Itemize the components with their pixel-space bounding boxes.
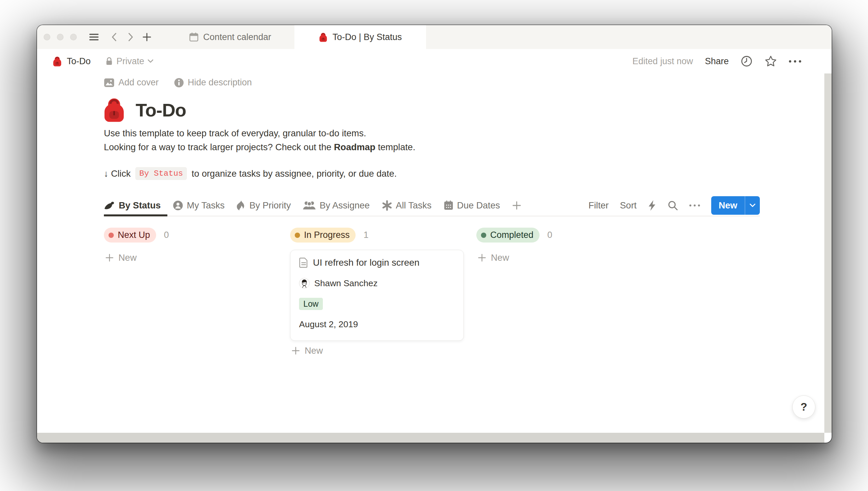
page-controls: Add cover Hide description bbox=[104, 78, 252, 88]
column-header[interactable]: Completed 0 bbox=[476, 228, 650, 242]
flame-icon bbox=[237, 200, 246, 211]
view-tab-my-tasks[interactable]: My Tasks bbox=[173, 200, 225, 211]
chevron-down-icon bbox=[148, 59, 153, 63]
view-tab-label: Due Dates bbox=[457, 200, 500, 211]
notion-window: Content calendar To-Do | By Status To-Do bbox=[37, 25, 832, 443]
board-view-icon bbox=[104, 201, 115, 210]
column-name: In Progress bbox=[304, 230, 350, 240]
page-doc-icon bbox=[299, 257, 308, 268]
backpack-emoji-icon bbox=[52, 56, 62, 67]
view-tab-label: My Tasks bbox=[187, 200, 225, 211]
add-card-button[interactable]: New bbox=[476, 253, 650, 263]
plus-icon bbox=[478, 254, 486, 262]
lock-icon bbox=[105, 57, 113, 66]
add-card-button[interactable]: New bbox=[290, 345, 464, 356]
tip-suffix: to organize tasks by assignee, priority,… bbox=[191, 168, 397, 179]
calendar-icon bbox=[444, 200, 453, 211]
help-button[interactable]: ? bbox=[792, 395, 815, 418]
view-tab-label: By Status bbox=[119, 200, 161, 211]
horizontal-scrollbar[interactable] bbox=[37, 433, 824, 443]
person-icon bbox=[173, 200, 183, 211]
status-badge: Completed bbox=[476, 228, 540, 242]
column-name: Next Up bbox=[118, 230, 150, 240]
card-due-date: August 2, 2019 bbox=[299, 319, 455, 329]
page-title[interactable]: To-Do bbox=[136, 99, 186, 121]
filter-button[interactable]: Filter bbox=[589, 200, 609, 211]
view-tab-all-tasks[interactable]: All Tasks bbox=[382, 200, 432, 211]
forward-icon[interactable] bbox=[125, 25, 136, 49]
page-header: To-Do Private Edited just now Share bbox=[37, 49, 832, 74]
view-controls: Filter Sort New bbox=[589, 196, 760, 215]
help-label: ? bbox=[801, 401, 807, 413]
plus-icon bbox=[292, 346, 300, 355]
close-button[interactable] bbox=[44, 34, 50, 40]
add-card-label: New bbox=[118, 253, 137, 263]
backpack-emoji-icon[interactable] bbox=[102, 96, 126, 123]
view-toolbar: By Status My Tasks By Priority bbox=[104, 195, 760, 216]
view-tab-label: All Tasks bbox=[396, 200, 432, 211]
tip-code-pill: By Status bbox=[135, 167, 187, 180]
vertical-scrollbar[interactable] bbox=[824, 74, 832, 433]
traffic-lights bbox=[44, 34, 77, 40]
page-description[interactable]: Use this template to keep track of every… bbox=[104, 126, 416, 154]
column-header[interactable]: Next Up 0 bbox=[104, 228, 277, 242]
breadcrumb[interactable]: To-Do bbox=[67, 56, 91, 66]
add-card-label: New bbox=[491, 253, 509, 263]
tab-content-calendar[interactable]: Content calendar bbox=[166, 25, 294, 49]
asterisk-icon bbox=[382, 200, 392, 211]
add-cover-button[interactable]: Add cover bbox=[104, 78, 159, 88]
hide-description-button[interactable]: Hide description bbox=[174, 78, 252, 88]
column-count: 1 bbox=[363, 230, 368, 240]
status-badge: Next Up bbox=[104, 228, 156, 242]
edited-status: Edited just now bbox=[632, 56, 693, 66]
view-tab-by-assignee[interactable]: By Assignee bbox=[303, 200, 369, 211]
history-clock-icon[interactable] bbox=[741, 55, 753, 67]
add-cover-label: Add cover bbox=[118, 78, 159, 88]
search-icon[interactable] bbox=[667, 200, 678, 211]
status-dot-icon bbox=[295, 233, 300, 238]
add-card-button[interactable]: New bbox=[104, 253, 277, 263]
board-column-in-progress: In Progress 1 UI refresh for login scree… bbox=[290, 228, 464, 356]
priority-badge: Low bbox=[299, 298, 323, 310]
new-task-dropdown-button[interactable] bbox=[745, 196, 760, 215]
back-icon[interactable] bbox=[109, 25, 120, 49]
new-tab-plus-icon[interactable] bbox=[140, 25, 153, 49]
share-button[interactable]: Share bbox=[705, 56, 729, 66]
add-view-button[interactable] bbox=[512, 201, 521, 210]
window-tab-bar: Content calendar To-Do | By Status bbox=[37, 25, 832, 49]
assignee-name: Shawn Sanchez bbox=[314, 278, 378, 289]
task-card[interactable]: UI refresh for login screen Shawn Sanche… bbox=[290, 250, 464, 341]
lightning-icon[interactable] bbox=[648, 200, 656, 211]
privacy-selector[interactable]: Private bbox=[105, 56, 153, 66]
people-icon bbox=[303, 201, 316, 210]
calendar-icon bbox=[189, 32, 199, 42]
sort-button[interactable]: Sort bbox=[620, 200, 636, 211]
view-tab-by-priority[interactable]: By Priority bbox=[237, 200, 291, 211]
roadmap-link: Roadmap bbox=[334, 142, 376, 152]
status-badge: In Progress bbox=[290, 228, 356, 242]
view-tab-label: By Assignee bbox=[320, 200, 369, 211]
view-more-icon[interactable] bbox=[689, 204, 700, 206]
hide-description-label: Hide description bbox=[188, 78, 252, 88]
backpack-emoji-icon bbox=[319, 32, 328, 42]
tab-todo-by-status[interactable]: To-Do | By Status bbox=[294, 25, 426, 49]
card-assignee-row: Shawn Sanchez bbox=[299, 278, 455, 289]
more-options-icon[interactable] bbox=[789, 60, 801, 62]
column-header[interactable]: In Progress 1 bbox=[290, 228, 464, 242]
sidebar-menu-icon[interactable] bbox=[87, 25, 100, 49]
minimize-button[interactable] bbox=[57, 34, 63, 40]
description-line-2: Looking for a way to track larger projec… bbox=[104, 140, 416, 154]
tab-label: Content calendar bbox=[203, 32, 271, 42]
plus-icon bbox=[105, 254, 114, 262]
avatar bbox=[299, 278, 310, 289]
new-task-button[interactable]: New bbox=[711, 196, 745, 215]
card-title: UI refresh for login screen bbox=[313, 257, 419, 268]
toolbar-divider bbox=[104, 216, 760, 216]
view-tab-by-status[interactable]: By Status bbox=[104, 200, 161, 211]
card-title-row: UI refresh for login screen bbox=[299, 257, 455, 268]
status-dot-icon bbox=[481, 233, 486, 238]
description-line-1: Use this template to keep track of every… bbox=[104, 128, 366, 138]
view-tab-due-dates[interactable]: Due Dates bbox=[444, 200, 500, 211]
zoom-button[interactable] bbox=[70, 34, 77, 40]
favorite-star-icon[interactable] bbox=[765, 55, 777, 67]
